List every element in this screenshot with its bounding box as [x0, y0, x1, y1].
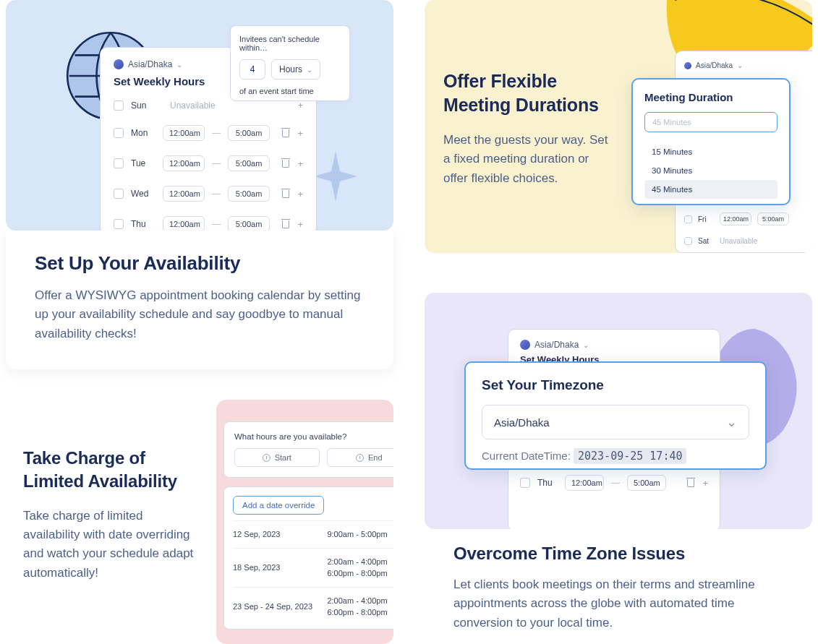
chevron-down-icon: ⌄: [176, 61, 182, 69]
override-times: 2:00am - 4:00pm 6:00pm - 8:00pm: [327, 595, 393, 619]
hours-available-panel: What hours are you available? Start End: [223, 421, 393, 478]
globe-icon: [114, 59, 124, 69]
limited-availability-illustration: What hours are you available? Start End …: [216, 400, 393, 644]
start-time-input[interactable]: 12:00am: [163, 155, 205, 171]
feature-title: Take Charge of Limited Availability: [23, 447, 200, 494]
trash-icon[interactable]: [281, 189, 290, 198]
meeting-duration-popover: Meeting Duration 45 Minutes 15 Minutes 3…: [631, 78, 791, 205]
override-row: 23 Sep - 24 Sep, 2023 2:00am - 4:00pm 6:…: [233, 587, 393, 626]
end-time-input[interactable]: 5:00am: [228, 155, 270, 171]
popover-label: Invitees can't schedule within…: [239, 35, 341, 52]
popover-title: Set Your Timezone: [482, 377, 749, 393]
schedule-row-tue: Tue 12:00am — 5:00am +: [114, 148, 303, 179]
start-time-button[interactable]: Start: [234, 448, 320, 467]
day-label: Tue: [131, 158, 155, 168]
feature-description: Take charge of limited availability with…: [23, 507, 200, 583]
add-slot-button[interactable]: +: [298, 100, 303, 111]
duration-option-selected[interactable]: 45 Minutes: [644, 180, 777, 199]
day-checkbox[interactable]: [114, 100, 124, 111]
day-checkbox[interactable]: [114, 128, 124, 138]
day-checkbox[interactable]: [684, 215, 692, 223]
feature-title: Overcome Time Zone Issues: [453, 544, 783, 564]
day-label: Mon: [131, 128, 155, 138]
duration-option[interactable]: 30 Minutes: [644, 161, 777, 180]
schedule-row-wed: Wed 12:00am — 5:00am +: [114, 179, 303, 209]
chevron-down-icon: ⌄: [583, 341, 589, 349]
end-time-button[interactable]: End: [327, 448, 394, 467]
trash-icon[interactable]: [281, 158, 290, 168]
end-time-input[interactable]: 5:00am: [228, 125, 270, 141]
start-time-input[interactable]: 12:00am: [565, 475, 604, 491]
override-date: 12 Sep, 2023: [233, 530, 327, 538]
day-label: Sun: [131, 100, 155, 111]
clock-icon: [263, 454, 270, 462]
end-time-input[interactable]: 5:00am: [228, 186, 270, 202]
panel-label: What hours are you available?: [234, 432, 393, 441]
start-time-input[interactable]: 12:00am: [720, 212, 751, 226]
duration-input[interactable]: 45 Minutes: [644, 112, 777, 132]
feature-description: Offer a WYSIWYG appointment booking cale…: [35, 286, 365, 343]
trash-icon[interactable]: [686, 478, 695, 487]
override-date: 18 Sep, 2023: [233, 563, 327, 572]
buffer-unit-select[interactable]: Hours ⌄: [271, 59, 320, 80]
trash-icon[interactable]: [281, 219, 290, 228]
popover-title: Meeting Duration: [644, 91, 777, 103]
timezone-select[interactable]: Asia/Dhaka ⌄: [482, 405, 749, 439]
day-checkbox[interactable]: [520, 478, 530, 488]
add-slot-button[interactable]: +: [297, 128, 303, 139]
chevron-down-icon: ⌄: [307, 66, 312, 74]
override-times: 9:00am - 5:00pm: [327, 528, 393, 541]
day-checkbox[interactable]: [684, 237, 692, 245]
sparkle-decoration: [314, 151, 357, 202]
add-slot-button[interactable]: +: [297, 158, 303, 169]
limited-availability-feature-text: Take Charge of Limited Availability Take…: [23, 447, 200, 583]
current-datetime-value: 2023-09-25 17:40: [574, 448, 687, 464]
duration-option[interactable]: 15 Minutes: [644, 142, 777, 161]
day-label: Sat: [698, 237, 714, 245]
feature-title: Set Up Your Availability: [35, 252, 365, 275]
day-checkbox[interactable]: [114, 189, 124, 199]
date-overrides-panel: Add a date override 12 Sep, 2023 9:00am …: [223, 486, 393, 630]
globe-icon: [520, 340, 530, 350]
timezone-label: Asia/Dhaka: [696, 61, 733, 69]
schedule-row-fri: Fri 12:00am 5:00am: [684, 207, 812, 231]
day-checkbox[interactable]: [114, 158, 124, 168]
add-slot-button[interactable]: +: [297, 189, 303, 199]
schedule-row-mon: Mon 12:00am — 5:00am +: [114, 118, 303, 148]
end-time-input[interactable]: 5:00am: [228, 216, 270, 231]
availability-feature-illustration: Asia/Dhaka ⌄ Set Weekly Hours Sun Unavai…: [6, 0, 393, 231]
day-label: Wed: [131, 189, 155, 199]
add-slot-button[interactable]: +: [297, 219, 303, 230]
day-label: Thu: [131, 219, 155, 229]
popover-footer: of an event start time: [239, 87, 341, 95]
day-checkbox[interactable]: [114, 219, 124, 229]
timezone-selector[interactable]: Asia/Dhaka ⌄: [520, 340, 708, 350]
start-time-input[interactable]: 12:00am: [163, 186, 205, 202]
timezone-label: Asia/Dhaka: [128, 59, 172, 69]
override-date: 23 Sep - 24 Sep, 2023: [233, 602, 327, 611]
durations-feature-illustration: Offer Flexible Meeting Durations Meet th…: [425, 0, 812, 253]
schedule-row-thu: Thu 12:00am — 5:00am +: [114, 209, 303, 231]
start-time-input[interactable]: 12:00am: [163, 216, 205, 231]
buffer-value-input[interactable]: 4: [239, 59, 265, 80]
schedule-row-sat: Sat Unavailable: [684, 231, 812, 251]
add-date-override-button[interactable]: Add a date override: [233, 496, 324, 515]
start-time-input[interactable]: 12:00am: [163, 125, 205, 141]
chevron-down-icon: ⌄: [737, 61, 743, 69]
clock-icon: [356, 454, 364, 462]
end-time-input[interactable]: 5:00am: [757, 212, 789, 226]
override-times: 2:00am - 4:00pm 6:00pm - 8:00pm: [327, 556, 393, 580]
set-timezone-popover: Set Your Timezone Asia/Dhaka ⌄ Current D…: [464, 361, 767, 470]
trash-icon[interactable]: [281, 128, 290, 137]
day-label: Thu: [537, 478, 558, 488]
timezone-feature-illustration: Asia/Dhaka ⌄ Set Weekly Hours Thu 12:00a…: [425, 293, 812, 529]
add-slot-button[interactable]: +: [702, 478, 708, 489]
timezone-selector[interactable]: Asia/Dhaka ⌄: [684, 61, 812, 69]
feature-description: Let clients book meetings on their terms…: [453, 575, 783, 632]
buffer-time-popover: Invitees can't schedule within… 4 Hours …: [230, 25, 350, 101]
end-time-input[interactable]: 5:00am: [627, 475, 666, 491]
availability-feature-body: Set Up Your Availability Offer a WYSIWYG…: [6, 231, 393, 369]
timezone-label: Asia/Dhaka: [534, 340, 579, 350]
unavailable-label: Unavailable: [720, 237, 757, 245]
durations-feature-text: Offer Flexible Meeting Durations Meet th…: [443, 69, 614, 188]
